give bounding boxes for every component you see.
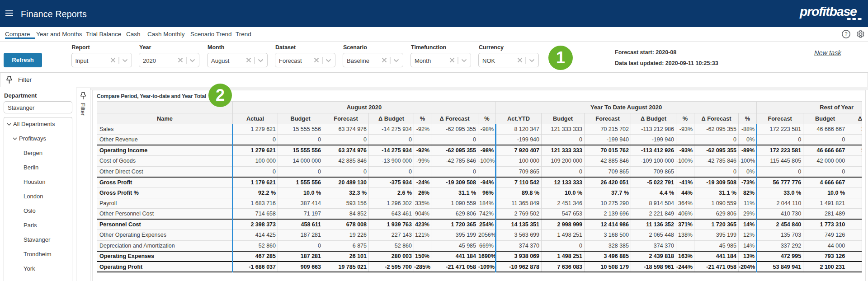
svg-text:?: ? [844,31,847,37]
